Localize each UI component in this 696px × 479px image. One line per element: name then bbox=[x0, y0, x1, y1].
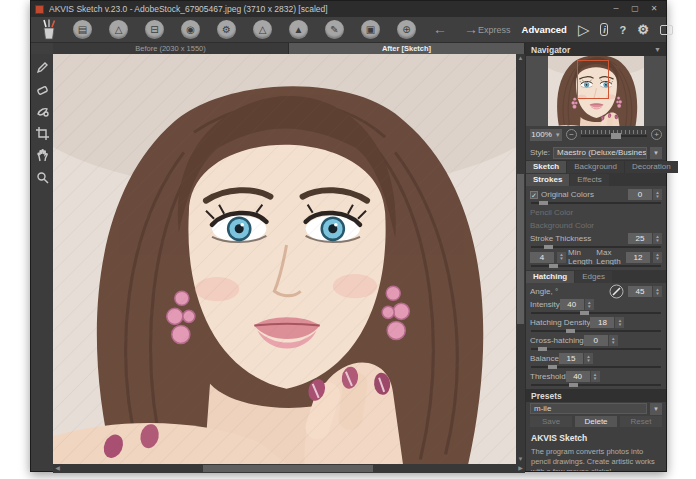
original-colors-spinner[interactable] bbox=[653, 189, 662, 200]
param-value[interactable]: 18 bbox=[590, 317, 614, 328]
param-spinner[interactable] bbox=[653, 286, 662, 297]
param-value[interactable]: 40 bbox=[560, 299, 584, 310]
help-icon[interactable]: ? bbox=[619, 24, 626, 36]
preset-dropdown[interactable]: m-ile bbox=[530, 403, 647, 414]
param-slider[interactable] bbox=[531, 329, 661, 333]
min-length-value[interactable]: 4 bbox=[530, 252, 554, 263]
hatching-param-row: Angle, ° 45 bbox=[526, 285, 666, 298]
redo-icon[interactable]: → bbox=[464, 20, 478, 39]
sketch-tab[interactable]: Background bbox=[567, 161, 624, 173]
horizontal-scrollbar[interactable]: ◀ ▶ bbox=[53, 464, 525, 473]
param-spinner[interactable] bbox=[615, 317, 624, 328]
navigator-view-frame[interactable] bbox=[577, 60, 610, 100]
toolbar-icon[interactable]: ▣ bbox=[361, 20, 380, 39]
info-icon[interactable]: i bbox=[600, 23, 608, 36]
toolbar-icon[interactable]: ◉ bbox=[181, 20, 200, 39]
sketch-result-image bbox=[53, 54, 516, 464]
crop-tool-icon[interactable] bbox=[34, 125, 50, 141]
stroke-thickness-slider[interactable] bbox=[531, 245, 661, 249]
param-slider[interactable] bbox=[531, 365, 661, 369]
scroll-left-icon[interactable]: ◀ bbox=[53, 464, 62, 473]
style-dropdown-chevron-icon[interactable]: ▼ bbox=[650, 147, 662, 159]
vertical-scrollbar[interactable]: ▲ ▼ bbox=[516, 54, 525, 464]
history-brush-tool-icon[interactable] bbox=[34, 103, 50, 119]
navigator-thumbnail[interactable] bbox=[548, 56, 644, 126]
zoom-slider-thumb[interactable] bbox=[611, 133, 621, 139]
strokes-tab[interactable]: Effects bbox=[570, 174, 608, 186]
param-spinner[interactable] bbox=[585, 299, 594, 310]
background-color-row: Background Color bbox=[526, 219, 666, 232]
param-slider[interactable] bbox=[531, 347, 661, 351]
akvis-logo-icon bbox=[39, 19, 59, 40]
minimize-button[interactable] bbox=[608, 3, 624, 15]
original-colors-slider[interactable] bbox=[531, 201, 661, 205]
save-preset-button[interactable]: Save bbox=[530, 416, 572, 427]
tab-after[interactable]: After [Sketch] bbox=[289, 43, 524, 54]
original-colors-checkbox[interactable]: ✓ bbox=[530, 191, 538, 199]
original-colors-value[interactable]: 0 bbox=[628, 189, 652, 200]
toolbar-icon[interactable]: ▤ bbox=[73, 20, 92, 39]
param-spinner[interactable] bbox=[591, 371, 600, 382]
preset-dropdown-chevron-icon[interactable]: ▼ bbox=[650, 403, 662, 415]
undo-icon[interactable]: ← bbox=[433, 20, 447, 39]
stroke-length-slider[interactable] bbox=[531, 264, 661, 268]
max-length-value[interactable]: 12 bbox=[626, 252, 650, 263]
zoom-in-button[interactable]: + bbox=[651, 129, 662, 140]
toolbar-icon[interactable]: ⚙ bbox=[217, 20, 236, 39]
max-length-spinner[interactable] bbox=[653, 252, 662, 263]
param-value[interactable]: 15 bbox=[559, 353, 583, 364]
preferences-gear-icon[interactable]: ⚙ bbox=[637, 22, 649, 37]
param-value[interactable]: 0 bbox=[584, 335, 608, 346]
toolbar-icon-group: ▤ △ ⊟ ◉ ⚙ △ ▲ ✎ ▣ ⊕ bbox=[73, 20, 416, 39]
zoom-slider[interactable] bbox=[581, 130, 647, 139]
hand-tool-icon[interactable] bbox=[34, 147, 50, 163]
param-value[interactable]: 40 bbox=[566, 371, 590, 382]
toolbar-icon[interactable]: ⊕ bbox=[397, 20, 416, 39]
delete-preset-button[interactable]: Delete bbox=[575, 416, 617, 427]
stroke-thickness-spinner[interactable] bbox=[653, 233, 662, 244]
tab-before[interactable]: Before (2030 x 1550) bbox=[53, 43, 288, 54]
min-length-spinner[interactable] bbox=[557, 252, 566, 263]
zoom-tool-icon[interactable] bbox=[34, 169, 50, 185]
param-spinner[interactable] bbox=[584, 353, 593, 364]
zoom-level-dropdown[interactable]: 100% ▼ bbox=[530, 129, 562, 141]
param-label: Cross-hatching bbox=[530, 336, 584, 345]
angle-dial-icon[interactable] bbox=[609, 284, 624, 299]
scroll-right-icon[interactable]: ▶ bbox=[516, 464, 525, 473]
stroke-thickness-value[interactable]: 25 bbox=[628, 233, 652, 244]
horizontal-scroll-thumb[interactable] bbox=[203, 465, 373, 472]
hatching-tab[interactable]: Edges bbox=[575, 271, 612, 283]
sketch-tab[interactable]: Sketch bbox=[526, 161, 566, 173]
zoom-out-button[interactable]: − bbox=[566, 129, 577, 140]
param-slider[interactable] bbox=[531, 311, 661, 315]
style-dropdown[interactable]: Maestro (Deluxe/Business) bbox=[553, 147, 647, 159]
toolbar-icon[interactable]: △ bbox=[253, 20, 272, 39]
feedback-icon[interactable] bbox=[660, 25, 673, 35]
param-spinner[interactable] bbox=[609, 335, 618, 346]
scroll-down-icon[interactable]: ▼ bbox=[516, 455, 525, 464]
toolbar-icon[interactable]: △ bbox=[109, 20, 128, 39]
param-label: Threshold bbox=[530, 372, 566, 381]
stroke-thickness-label: Stroke Thickness bbox=[530, 234, 591, 243]
mode-advanced-button[interactable]: Advanced bbox=[522, 24, 567, 35]
collapse-chevron-icon[interactable]: ▼ bbox=[654, 46, 661, 53]
hatching-tab[interactable]: Hatching bbox=[526, 271, 574, 283]
sketch-tab[interactable]: Decoration bbox=[625, 161, 678, 173]
strokes-tab[interactable]: Strokes bbox=[526, 174, 569, 186]
toolbar-icon[interactable]: ▲ bbox=[289, 20, 308, 39]
param-slider[interactable] bbox=[531, 383, 661, 387]
toolbar-icon[interactable]: ✎ bbox=[325, 20, 344, 39]
param-value[interactable]: 45 bbox=[628, 286, 652, 297]
scroll-up-icon[interactable]: ▲ bbox=[516, 54, 525, 63]
close-button[interactable] bbox=[646, 3, 662, 15]
pencil-tool-icon[interactable] bbox=[34, 59, 50, 75]
mode-express-button[interactable]: Express bbox=[478, 25, 511, 35]
eraser-tool-icon[interactable] bbox=[34, 81, 50, 97]
toolbar-icon[interactable]: ⊟ bbox=[145, 20, 164, 39]
reset-preset-button[interactable]: Reset bbox=[620, 416, 662, 427]
vertical-scroll-thumb[interactable] bbox=[517, 174, 524, 324]
sketch-tab-bar: SketchBackgroundDecoration bbox=[526, 160, 666, 173]
maximize-button[interactable] bbox=[627, 3, 643, 15]
after-image-canvas[interactable] bbox=[53, 54, 516, 464]
run-icon[interactable]: ▷ bbox=[578, 22, 590, 37]
